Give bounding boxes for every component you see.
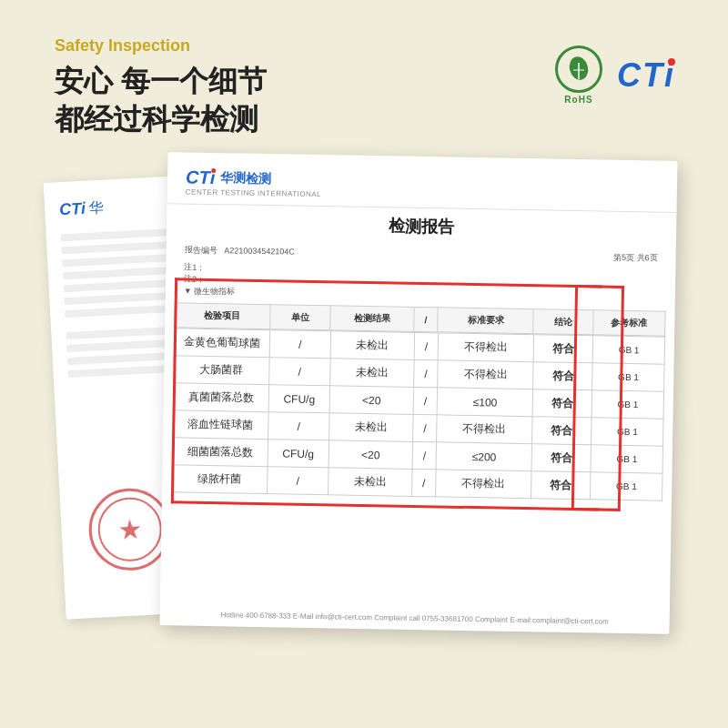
header-text: Safety Inspection 安心 每一个细节 都经过科学检测 [55,36,267,138]
th-name: 检验项目 [175,303,271,329]
cell-standard: 不得检出 [436,470,531,499]
doc-back-company: 华 [88,198,104,218]
cell-result: 未检出 [330,359,414,388]
cell-name: 绿脓杆菌 [172,465,268,494]
cell-unit: / [269,330,331,359]
cell-ref: GB 1 [591,445,662,473]
cell-pass: 符合 [531,471,592,500]
cti-brand-c: C [186,167,199,188]
note1: 注1： [184,263,205,272]
cell-ref: GB 1 [592,363,664,391]
title-line1: 安心 每一个细节 [55,65,267,97]
rohs-leaf-icon [563,54,594,85]
cti-logo-group: C T i 华测检测 CENTER TESTING INTERNATIONAL [186,167,322,199]
cell-ref: GB 1 [592,390,664,419]
data-table: 金黄色葡萄球菌 / 未检出 / 不得检出 符合 GB 1 大肠菌群 / 未检出 … [171,328,665,500]
cell-ref: GB 1 [592,418,663,446]
cell-pass: 符合 [532,417,592,445]
cell-pass: 符合 [531,444,592,472]
cti-dot [668,58,675,66]
header-logos: RoHS C T i [555,46,673,105]
cti-brand-t: T [198,167,210,188]
cell-ref: GB 1 [591,472,662,500]
cell-unit: / [268,412,329,440]
cell-standard: 不得检出 [438,360,533,389]
th-pass: 结论 [533,309,593,335]
cell-slash: / [412,415,437,442]
cell-slash: / [412,442,437,470]
cti-logo: C T i [617,56,673,95]
cti-full-logo: C T i 华测检测 CENTER TESTING INTERNATIONAL [186,167,322,199]
stamp-star-icon: ★ [116,513,143,546]
doc-front: C T i 华测检测 CENTER TESTING INTERNATIONAL … [160,152,678,634]
th-standard: 标准要求 [438,308,534,334]
cell-name: 金黄色葡萄球菌 [174,329,269,358]
cell-name: 溶血性链球菌 [173,410,268,440]
cell-unit: CFU/g [268,440,329,468]
cell-slash: / [414,333,439,360]
cell-standard: ≤100 [437,388,532,417]
stamp-inner: ★ [96,496,164,563]
cell-name: 大肠菌群 [174,356,269,385]
cell-slash: / [413,388,438,415]
safety-label: Safety Inspection [55,36,267,56]
doc-front-header: C T i 华测检测 CENTER TESTING INTERNATIONAL [167,152,678,213]
cell-ref: GB 1 [593,336,665,364]
cell-slash: / [411,470,436,497]
title-line2: 都经过科学检测 [55,103,258,136]
cell-pass: 符合 [533,362,593,390]
cell-result: 未检出 [330,331,414,360]
cti-top-row: C T i 华测检测 [186,167,322,191]
cell-result: <20 [329,386,413,415]
cell-pass: 符合 [532,389,592,418]
bio-note: ▼ 微生物指标 [184,287,236,297]
th-result: 检测结果 [330,306,414,332]
doc-footer: Hotline 400-6788-333 E-Mail info@cti-cer… [160,610,670,627]
cell-result: 未检出 [329,413,413,442]
cell-name: 真菌菌落总数 [173,383,268,412]
cell-unit: / [267,467,329,495]
documents-area: CTi 华 ★ [0,157,728,648]
th-ref: 参考标准 [593,310,665,336]
cti-i-container: i [664,56,673,95]
cell-unit: CFU/g [268,385,330,413]
cell-result: <20 [329,440,412,470]
rohs-logo: RoHS [555,46,602,105]
cell-unit: / [268,358,330,386]
header-section: Safety Inspection 安心 每一个细节 都经过科学检测 RoHS … [0,0,728,157]
rohs-text: RoHS [564,95,592,105]
report-number-label: 报告编号 A2210034542104C [185,245,295,258]
cell-standard: 不得检出 [437,415,532,444]
th-unit: 单位 [270,305,330,330]
cell-standard: ≤200 [436,442,531,471]
cell-slash: / [413,360,438,388]
cti-t: T [642,56,662,95]
doc-back-cti: CTi [59,199,86,219]
th-slash: / [414,308,439,332]
cell-name: 细菌菌落总数 [172,438,268,467]
cti-c: C [617,56,641,95]
cti-brand-i-wrap: i [210,167,216,188]
main-title: 安心 每一个细节 都经过科学检测 [55,63,267,138]
highlight-bottom [171,500,599,511]
cell-standard: 不得检出 [439,333,534,362]
cell-pass: 符合 [533,335,593,363]
rohs-circle [555,46,602,93]
cell-result: 未检出 [329,468,412,497]
cti-brand-dot [211,168,216,173]
company-name: 华测检测 [220,170,271,187]
page-info: 第5页 共6页 [613,252,658,265]
company-sub: CENTER TESTING INTERNATIONAL [186,188,321,199]
